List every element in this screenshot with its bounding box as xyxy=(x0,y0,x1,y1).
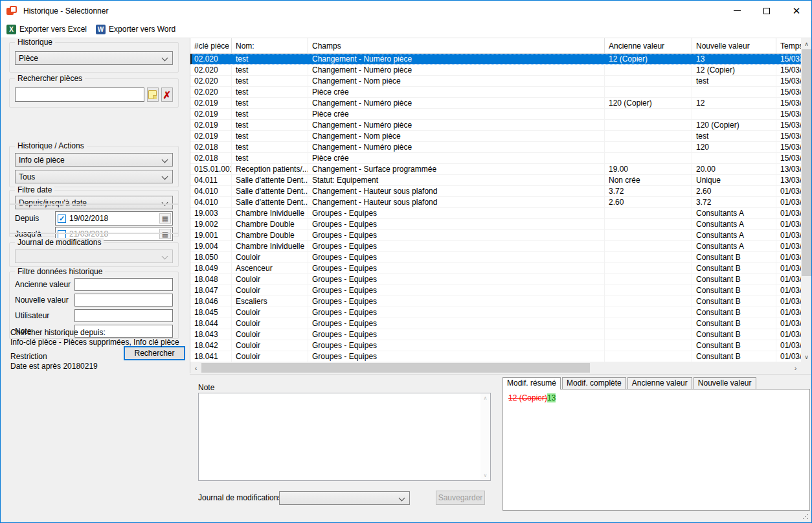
tab-modif-complete[interactable]: Modif. complète xyxy=(562,377,626,389)
table-row[interactable]: 02.020testChangement - Numéro pièce12 (C… xyxy=(190,54,801,65)
cell-nom: Couloir xyxy=(232,274,308,285)
export-excel-label: Exporter vers Excel xyxy=(19,25,87,34)
table-row[interactable]: 02.019testPièce crée15/03/20 xyxy=(190,109,801,120)
nouvelle-valeur-input[interactable] xyxy=(74,294,173,307)
scroll-up-icon[interactable]: ∧ xyxy=(801,38,812,49)
table-row[interactable]: 18.043CouloirGroupes - EquipesConsultant… xyxy=(190,329,801,340)
close-button[interactable]: ✕ xyxy=(782,1,811,21)
scroll-down-icon[interactable]: ∨ xyxy=(480,471,490,480)
cell-nouvelle: Unique xyxy=(692,175,776,185)
cell-temps: 01/03/20 xyxy=(776,351,801,362)
cell-temps: 01/03/20 xyxy=(776,252,801,262)
table-row[interactable]: 02.019testChangement - Numéro pièce120 (… xyxy=(190,120,801,131)
cell-nom: test xyxy=(232,54,308,64)
cell-temps: 01/03/20 xyxy=(776,307,801,318)
clear-search-button[interactable]: ✗ xyxy=(161,87,173,102)
utilisateur-input[interactable] xyxy=(74,309,173,322)
cell-cle: 19.002 xyxy=(190,219,232,229)
tab-ancienne-valeur[interactable]: Ancienne valeur xyxy=(627,377,692,389)
historique-actions-group: Historique / Actions Info clé pièce Tous xyxy=(9,146,179,187)
scroll-up-icon[interactable]: ∧ xyxy=(480,393,490,403)
cell-champs: Groupes - Equipes xyxy=(308,252,605,262)
table-row[interactable]: 19.004Chambre InividuelleGroupes - Equip… xyxy=(190,241,801,252)
cell-cle: 02.019 xyxy=(190,120,232,130)
ancienne-valeur-input[interactable] xyxy=(74,278,173,291)
tab-nouvelle-valeur[interactable]: Nouvelle valeur xyxy=(694,377,756,389)
cell-nouvelle: test xyxy=(692,131,776,141)
window: Historique - Sélectionner ✕ X Exporter v… xyxy=(0,0,812,523)
calendar-icon[interactable]: ▦ xyxy=(159,213,171,224)
vertical-scrollbar[interactable]: ∧ ∨ xyxy=(801,38,812,362)
column-header-champs[interactable]: Champs xyxy=(308,38,605,53)
cell-temps: 01/03/20 xyxy=(776,230,801,240)
column-header-nouvelle[interactable]: Nouvelle valeur xyxy=(692,38,776,53)
cell-temps: 01/03/20 xyxy=(776,318,801,329)
depuis-checkbox[interactable]: ✓ xyxy=(58,215,66,223)
table-row[interactable]: 02.019testChangement - Nom piècetest15/0… xyxy=(190,131,801,142)
action-filter-select[interactable]: Tous xyxy=(15,170,173,183)
filtre-date-group: Filtre date Depuis/jusqu'à date Depuis ✓… xyxy=(9,190,179,237)
table-row[interactable]: 18.046EscaliersGroupes - EquipesConsulta… xyxy=(190,296,801,307)
table-row[interactable]: 19.001Chambre DoubleGroupes - EquipesCon… xyxy=(190,230,801,241)
cell-champs: Changement - Numéro pièce xyxy=(308,65,605,75)
minimize-button[interactable] xyxy=(722,1,752,21)
column-header-temps[interactable]: Temps/H xyxy=(776,38,801,53)
jusqua-checkbox[interactable] xyxy=(58,230,66,238)
table-row[interactable]: 18.041CouloirGroupes - EquipesConsultant… xyxy=(190,351,801,362)
horizontal-scrollbar[interactable]: ‹ › xyxy=(190,362,801,373)
cell-cle: 19.001 xyxy=(190,230,232,240)
table-row[interactable]: 18.049AscenceurGroupes - EquipesConsulta… xyxy=(190,263,801,274)
maximize-button[interactable] xyxy=(752,1,782,21)
column-header-nom[interactable]: Nom: xyxy=(232,38,308,53)
scroll-right-icon[interactable]: › xyxy=(790,362,801,373)
nouvelle-valeur-label: Nouvelle valeur xyxy=(15,296,74,305)
journal-bottom-select[interactable] xyxy=(279,491,410,505)
search-pieces-input[interactable] xyxy=(15,87,144,102)
table-row[interactable]: 18.047CouloirGroupes - EquipesConsultant… xyxy=(190,285,801,296)
table-row[interactable]: 18.050CouloirGroupes - EquipesConsultant… xyxy=(190,252,801,263)
table-row[interactable]: 18.048CouloirGroupes - EquipesConsultant… xyxy=(190,274,801,285)
cell-champs: Groupes - Equipes xyxy=(308,241,605,251)
action-type-select[interactable]: Info clé pièce xyxy=(15,153,173,167)
scroll-left-icon[interactable]: ‹ xyxy=(190,362,201,373)
note-scrollbar[interactable]: ∧ ∨ xyxy=(480,393,490,480)
column-header-cle[interactable]: #clé pièce xyxy=(190,38,232,53)
table-row[interactable]: 04.011Salle d'attente Dent...Statut: Equ… xyxy=(190,175,801,186)
table-row[interactable]: 18.042CouloirGroupes - EquipesConsultant… xyxy=(190,340,801,351)
historique-select[interactable]: Pièce xyxy=(15,51,173,65)
scroll-down-icon[interactable]: ∨ xyxy=(801,351,812,362)
table-row[interactable]: 04.010Salle d'attente Dent...Changement … xyxy=(190,197,801,208)
column-header-ancienne[interactable]: Ancienne valeur xyxy=(605,38,692,53)
table-row[interactable]: 01S.01.001Reception patients/...Changeme… xyxy=(190,164,801,175)
table-row[interactable]: 02.019testChangement - Numéro pièce120 (… xyxy=(190,98,801,109)
table-row[interactable]: 04.010Salle d'attente Dent...Changement … xyxy=(190,186,801,197)
export-excel-button[interactable]: X Exporter vers Excel xyxy=(3,23,91,36)
journal-group: Journal de modifications xyxy=(9,242,179,267)
cell-temps: 15/03/20 xyxy=(776,54,801,64)
vertical-scroll-thumb[interactable] xyxy=(802,49,811,276)
cell-nouvelle: 2.60 xyxy=(692,186,776,196)
detail-panel: Modif. résumé Modif. complète Ancienne v… xyxy=(502,377,810,511)
table-row[interactable]: 02.018testChangement - Numéro pièce12015… xyxy=(190,142,801,153)
table-row[interactable]: 02.020testChangement - Nom piècetest15/0… xyxy=(190,76,801,87)
table-row[interactable]: 02.018testPièce crée15/03/20 xyxy=(190,153,801,164)
table-row[interactable]: 02.020testChangement - Numéro pièce12 (C… xyxy=(190,65,801,76)
date-mode-select[interactable]: Depuis/jusqu'à date xyxy=(15,196,173,209)
rechercher-button[interactable]: Rechercher xyxy=(124,346,185,360)
chevron-down-icon xyxy=(162,55,168,62)
cell-champs: Groupes - Equipes xyxy=(308,307,605,318)
table-row[interactable]: 19.002Chambre DoubleGroupes - EquipesCon… xyxy=(190,219,801,230)
table-row[interactable]: 19.003Chambre InividuelleGroupes - Equip… xyxy=(190,208,801,219)
tab-modif-resume[interactable]: Modif. résumé xyxy=(502,377,561,389)
resize-grip-icon[interactable] xyxy=(802,513,808,519)
table-row[interactable]: 18.045CouloirGroupes - EquipesConsultant… xyxy=(190,307,801,318)
table-row[interactable]: 18.044CouloirGroupes - EquipesConsultant… xyxy=(190,318,801,329)
depuis-date-picker[interactable]: ✓ 19/02/2018 ▦ xyxy=(55,211,173,226)
horizontal-scroll-thumb[interactable] xyxy=(201,363,590,373)
cell-nom: test xyxy=(232,65,308,75)
export-word-button[interactable]: W Exporter vers Word xyxy=(92,23,179,36)
note-textarea[interactable]: ∧ ∨ xyxy=(198,393,491,481)
table-row[interactable]: 02.020testPièce crée15/03/20 xyxy=(190,87,801,98)
pick-piece-button[interactable] xyxy=(147,87,159,102)
calendar-icon[interactable]: ▦ xyxy=(159,229,171,239)
